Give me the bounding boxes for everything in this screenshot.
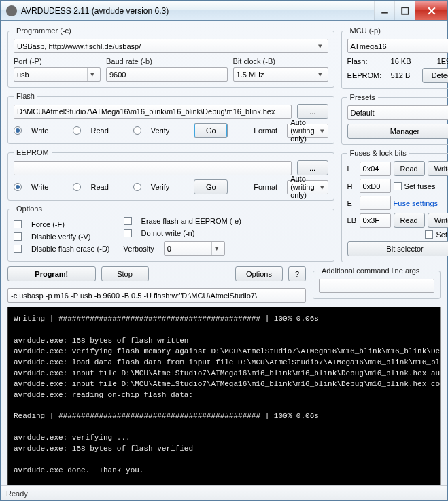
detect-button[interactable]: Detect (422, 68, 448, 83)
flash-go-button[interactable]: Go (194, 123, 228, 138)
content-area: Programmer (-c) USBasp, http://www.fisch… (1, 21, 447, 485)
help-button[interactable]: ? (288, 266, 306, 281)
flash-format-select[interactable]: Auto (writing only)▾ (287, 124, 328, 138)
statusbar: Ready (1, 485, 447, 500)
eeprom-group: EEPROM ... Write Read Verify Go (7, 148, 334, 201)
verbosity-select[interactable]: 0▾ (164, 241, 225, 256)
lock-write-button[interactable]: Write (428, 213, 448, 228)
eeprom-browse-button[interactable]: ... (297, 160, 328, 175)
extra-args-group: Additional command line args (313, 266, 441, 299)
fuses-group: Fuses & lock bits LReadWrite HSet fuses … (341, 149, 448, 262)
options-group: Options Force (-F) Disable verify (-V) D… (7, 205, 334, 262)
setfuses-checkbox[interactable] (394, 182, 402, 190)
flash-group: Flash ... Write Read Verify Go (7, 92, 334, 144)
bit-selector-button[interactable]: Bit selector (347, 241, 448, 256)
fuse-write-button[interactable]: Write (428, 161, 448, 176)
programmer-select[interactable]: USBasp, http://www.fischl.de/usbasp/▾ (14, 39, 328, 53)
close-button[interactable] (415, 1, 447, 20)
fuse-settings-link[interactable]: Fuse settings (394, 199, 438, 207)
mcu-group: MCU (-p) ATmega16▾ Flash:16 KB1E9403 EEP… (341, 27, 448, 89)
chevron-down-icon: ▾ (87, 68, 97, 81)
programmer-legend: Programmer (-c) (14, 27, 74, 35)
app-window: AVRDUDESS 2.11 (avrdude version 6.3) Pro… (0, 0, 448, 501)
eeprom-verify-radio[interactable] (133, 183, 141, 191)
force-checkbox[interactable]: Force (-F) (14, 220, 110, 228)
bitclock-select[interactable]: 1.5 MHz▾ (233, 67, 328, 82)
nowrite-checkbox[interactable]: Do not write (-n) (124, 229, 241, 237)
chevron-down-icon: ▾ (211, 242, 222, 255)
eeprom-format-select[interactable]: Auto (writing only)▾ (287, 180, 328, 194)
fuse-lb-input[interactable] (360, 213, 391, 228)
extra-args-input[interactable] (319, 279, 434, 293)
baud-input[interactable] (106, 67, 228, 82)
maximize-button[interactable] (394, 1, 415, 20)
window-title: AVRDUDESS 2.11 (avrdude version 6.3) (21, 6, 374, 16)
options-button[interactable]: Options (235, 266, 283, 281)
app-icon (6, 5, 17, 16)
titlebar[interactable]: AVRDUDESS 2.11 (avrdude version 6.3) (1, 1, 447, 21)
eeprom-read-radio[interactable] (73, 183, 81, 191)
stop-button[interactable]: Stop (101, 266, 149, 281)
chevron-down-icon: ▾ (320, 181, 325, 194)
svg-rect-1 (402, 7, 409, 14)
preset-manager-button[interactable]: Manager (347, 124, 448, 139)
chevron-down-icon: ▾ (315, 68, 325, 81)
flash-verify-radio[interactable] (133, 126, 141, 135)
minimize-button[interactable] (374, 1, 394, 20)
console-output[interactable]: Writing | ##############################… (7, 307, 441, 485)
disable-verify-checkbox[interactable]: Disable verify (-V) (14, 232, 110, 241)
setlock-checkbox[interactable] (425, 230, 433, 239)
flash-read-radio[interactable] (73, 126, 81, 135)
fuse-e-input[interactable] (360, 196, 391, 210)
flash-path-input[interactable] (14, 105, 292, 119)
program-button[interactable]: Program! (7, 266, 96, 281)
window-buttons (374, 1, 447, 20)
eeprom-go-button[interactable]: Go (194, 179, 228, 194)
presets-group: Presets Default▾ Manager (341, 93, 448, 145)
eeprom-path-input[interactable] (14, 161, 292, 175)
erase-checkbox[interactable]: Erase flash and EEPROM (-e) (124, 217, 241, 225)
port-select[interactable]: usb▾ (14, 67, 101, 82)
fuse-h-input[interactable] (360, 179, 391, 193)
fuse-read-button[interactable]: Read (394, 161, 425, 176)
chevron-down-icon: ▾ (320, 124, 325, 137)
eeprom-write-radio[interactable] (14, 183, 22, 191)
fuse-l-input[interactable] (360, 162, 391, 176)
mcu-select[interactable]: ATmega16▾ (347, 39, 448, 53)
preset-select[interactable]: Default▾ (347, 105, 448, 120)
flash-browse-button[interactable]: ... (297, 104, 328, 119)
flash-write-radio[interactable] (14, 126, 22, 135)
lock-read-button[interactable]: Read (394, 213, 425, 228)
chevron-down-icon: ▾ (315, 39, 325, 52)
disable-erase-checkbox[interactable]: Disable flash erase (-D) (14, 245, 110, 253)
cmdline-display[interactable] (7, 288, 306, 303)
programmer-group: Programmer (-c) USBasp, http://www.fisch… (7, 27, 334, 88)
